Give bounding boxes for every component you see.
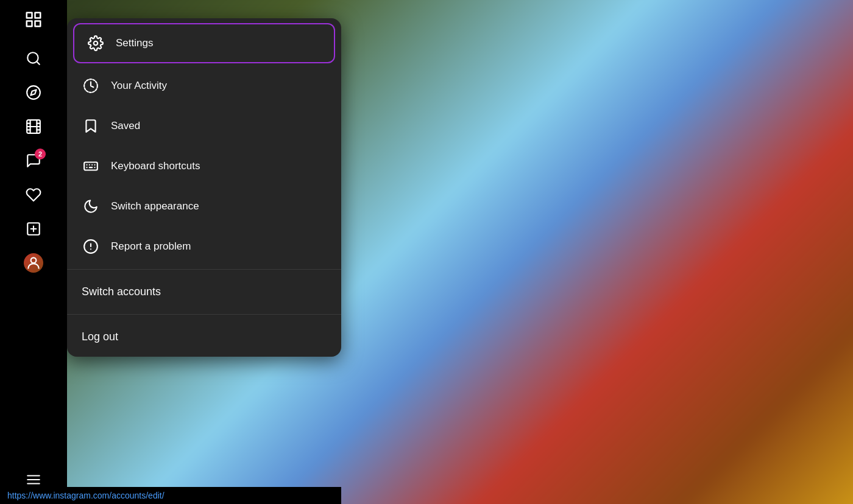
avatar <box>24 253 43 273</box>
status-bar: https://www.instagram.com/accounts/edit/ <box>0 487 341 504</box>
svg-point-23 <box>94 41 98 46</box>
svg-point-6 <box>27 86 40 99</box>
svg-rect-2 <box>27 21 32 27</box>
your-activity-icon <box>82 77 100 95</box>
sidebar: 2 <box>0 0 67 504</box>
menu-item-switch-appearance[interactable]: Switch appearance <box>67 186 341 226</box>
svg-point-19 <box>31 257 37 263</box>
logout-label: Log out <box>82 331 118 343</box>
switch-accounts-label: Switch accounts <box>82 285 161 298</box>
svg-marker-7 <box>30 89 36 95</box>
settings-icon <box>87 34 105 52</box>
sidebar-notifications[interactable] <box>19 180 48 209</box>
settings-label: Settings <box>116 37 153 49</box>
sidebar-explore[interactable] <box>19 78 48 107</box>
svg-rect-3 <box>35 21 41 27</box>
your-activity-label: Your Activity <box>111 80 167 92</box>
keyboard-shortcuts-label: Keyboard shortcuts <box>111 160 200 172</box>
menu-divider-2 <box>67 314 341 315</box>
menu-divider-1 <box>67 269 341 270</box>
status-url: https://www.instagram.com/accounts/edit/ <box>7 491 165 500</box>
keyboard-shortcuts-icon <box>82 157 100 175</box>
instagram-logo[interactable] <box>21 7 46 32</box>
menu-item-your-activity[interactable]: Your Activity <box>67 66 341 106</box>
menu-item-saved[interactable]: Saved <box>67 106 341 146</box>
menu-item-report-problem[interactable]: Report a problem <box>67 226 341 267</box>
svg-rect-1 <box>35 13 41 18</box>
sidebar-messages[interactable]: 2 <box>19 146 48 175</box>
dropdown-menu: Settings Your Activity Saved Keyboard sh… <box>67 18 341 357</box>
saved-label: Saved <box>111 120 140 132</box>
sidebar-profile[interactable] <box>19 248 48 278</box>
menu-item-settings[interactable]: Settings <box>73 23 335 63</box>
menu-item-switch-accounts[interactable]: Switch accounts <box>67 272 341 312</box>
svg-line-5 <box>37 61 40 65</box>
message-badge: 2 <box>35 149 46 159</box>
sidebar-create[interactable] <box>19 214 48 243</box>
saved-icon <box>82 117 100 135</box>
menu-item-logout[interactable]: Log out <box>67 317 341 357</box>
sidebar-reels[interactable] <box>19 112 48 141</box>
svg-rect-25 <box>84 163 97 170</box>
sidebar-search[interactable] <box>19 44 48 73</box>
svg-rect-0 <box>27 13 32 18</box>
switch-appearance-icon <box>82 197 100 215</box>
report-problem-icon <box>82 237 100 256</box>
report-problem-label: Report a problem <box>111 240 191 253</box>
menu-item-keyboard-shortcuts[interactable]: Keyboard shortcuts <box>67 146 341 186</box>
switch-appearance-label: Switch appearance <box>111 200 199 212</box>
